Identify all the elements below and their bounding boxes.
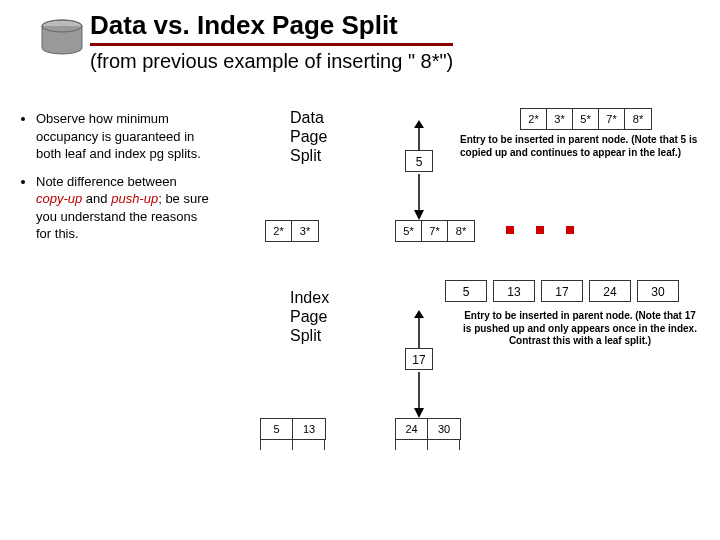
cell: 3* [292, 221, 318, 241]
bullet-list: Observe how minimum occupancy is guarant… [20, 110, 210, 253]
cell: 5* [573, 109, 599, 129]
data-page-split-label: Data Page Split [290, 108, 327, 166]
cell: 5 [445, 280, 487, 302]
data-right-leaf: 5* 7* 8* [395, 220, 475, 242]
disk-icon [40, 18, 84, 58]
cell: 3* [547, 109, 573, 129]
svg-marker-9 [414, 408, 424, 418]
index-right-node: 24 30 [395, 418, 461, 440]
index-top-cells: 5 13 17 24 30 [445, 280, 685, 302]
cell: 24 [589, 280, 631, 302]
bullet-item: Observe how minimum occupancy is guarant… [36, 110, 210, 163]
slide-subtitle: (from previous example of inserting " 8*… [90, 50, 453, 73]
pointer-tick [292, 440, 293, 450]
index-left-node: 5 13 [260, 418, 326, 440]
svg-marker-7 [414, 310, 424, 318]
cell: 24 [396, 419, 428, 439]
arrow-icon [410, 120, 430, 150]
copy-up-term: copy-up [36, 191, 82, 206]
push-up-term: push-up [111, 191, 158, 206]
arrow-icon [410, 310, 430, 348]
cell: 13 [493, 280, 535, 302]
svg-marker-5 [414, 210, 424, 220]
arrow-icon [412, 372, 428, 418]
bullet-text-pre: Note difference between [36, 174, 177, 189]
pointer-tick [427, 440, 428, 450]
pointer-tick [459, 440, 460, 450]
red-square-marker [506, 226, 514, 234]
cell: 17 [541, 280, 583, 302]
data-left-leaf: 2* 3* [265, 220, 319, 242]
index-page-split-label: Index Page Split [290, 288, 329, 346]
data-pushed-box: 5 [405, 150, 433, 172]
cell: 30 [637, 280, 679, 302]
red-square-marker [536, 226, 544, 234]
pointer-tick [260, 440, 261, 450]
data-split-note: Entry to be inserted in parent node. (No… [460, 134, 700, 159]
svg-marker-3 [414, 120, 424, 128]
arrow-icon [412, 174, 428, 220]
index-pushed-box: 17 [405, 348, 433, 370]
pointer-tick [324, 440, 325, 450]
cell: 5* [396, 221, 422, 241]
cell: 13 [293, 419, 325, 439]
data-top-cells: 2* 3* 5* 7* 8* [520, 108, 652, 130]
index-split-note: Entry to be inserted in parent node. (No… [460, 310, 700, 348]
cell: 2* [521, 109, 547, 129]
cell: 30 [428, 419, 460, 439]
cell: 8* [448, 221, 474, 241]
slide-header: Data vs. Index Page Split (from previous… [90, 10, 453, 73]
slide-title: Data vs. Index Page Split [90, 10, 453, 46]
red-square-marker [566, 226, 574, 234]
cell: 7* [599, 109, 625, 129]
bullet-text-mid: and [82, 191, 111, 206]
cell: 2* [266, 221, 292, 241]
cell: 8* [625, 109, 651, 129]
bullet-item: Note difference between copy-up and push… [36, 173, 210, 243]
cell: 7* [422, 221, 448, 241]
bullet-text: Observe how minimum occupancy is guarant… [36, 111, 201, 161]
pointer-tick [395, 440, 396, 450]
cell: 5 [261, 419, 293, 439]
